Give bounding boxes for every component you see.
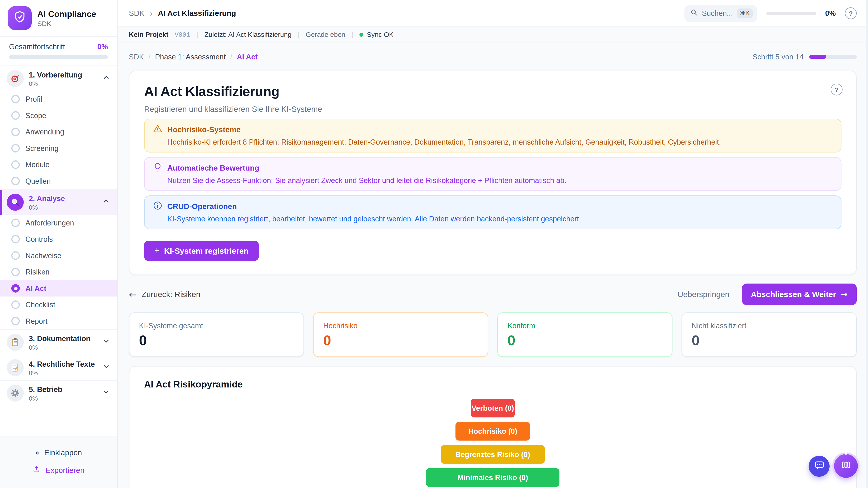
sidebar-item-label: Controls	[26, 235, 53, 243]
search-input[interactable]: Suchen... ⌘K	[684, 5, 757, 22]
section-text: 1. Vorbereitung 0%	[29, 70, 97, 87]
sidebar-item-screening[interactable]: Screening	[0, 140, 117, 157]
radio-circle-icon	[11, 160, 20, 169]
crumb-sdk[interactable]: SDK	[129, 52, 144, 61]
chat-fab-button[interactable]	[809, 456, 830, 477]
sidebar-section-header-vorbereitung[interactable]: 1. Vorbereitung 0%	[0, 66, 117, 91]
sidebar-section-rechtliche-texte: 4. Rechtliche Texte 0%	[0, 355, 117, 380]
page-subtitle: Registrieren und klassifizieren Sie Ihre…	[144, 104, 842, 114]
sidebar-item-label: Screening	[26, 144, 59, 153]
section-percent: 0%	[29, 80, 97, 87]
sidebar-item-report[interactable]: Report	[0, 313, 117, 329]
skip-button[interactable]: Ueberspringen	[677, 290, 730, 299]
sidebar-item-checklist[interactable]: Checklist	[0, 297, 117, 313]
section-text: 3. Dokumentation 0%	[29, 334, 97, 351]
wizard-nav-row: ← Zurueck: Risiken Ueberspringen Abschli…	[129, 283, 857, 306]
sidebar-section-header-analyse[interactable]: 2. Analyse 0%	[0, 190, 117, 215]
crumb-current: AI Act	[237, 52, 258, 61]
sidebar-section-vorbereitung: 1. Vorbereitung 0% Profil Scope	[0, 66, 117, 189]
section-title: 4. Rechtliche Texte	[29, 359, 97, 368]
breadcrumb: SDK › AI Act Klassifizierung	[129, 9, 236, 18]
pyramid-level-hochrisiko: Hochrisiko (0)	[456, 422, 530, 441]
shield-check-icon	[13, 10, 27, 26]
sidebar-item-label: Quellen	[26, 177, 51, 186]
stat-card-konform: Konform 0	[497, 313, 673, 357]
alert-title: Automatische Bewertung	[167, 163, 259, 173]
app-window: AI Compliance SDK Gesamtfortschritt 0% 1…	[0, 0, 868, 488]
collapse-sidebar-button[interactable]: « Einklappen	[0, 444, 117, 461]
sidebar-section-betrieb: 5. Betrieb 0%	[0, 380, 117, 406]
alert-head: Hochrisiko-Systeme	[153, 124, 833, 136]
sidebar-item-controls[interactable]: Controls	[0, 231, 117, 248]
sidebar-item-anwendung[interactable]: Anwendung	[0, 124, 117, 140]
section-percent: 0%	[29, 344, 97, 350]
page-scrollbar[interactable]	[866, 0, 868, 488]
sidebar-item-risiken[interactable]: Risiken	[0, 264, 117, 281]
sidebar-section-header-dokumentation[interactable]: 3. Dokumentation 0%	[0, 330, 117, 355]
sidebar-section-analyse: 2. Analyse 0% Anforderungen Controls	[0, 189, 117, 329]
crumb-phase[interactable]: Phase 1: Assessment	[155, 52, 226, 61]
finish-next-button[interactable]: Abschliessen & Weiter →	[742, 284, 857, 305]
radio-circle-icon	[11, 128, 20, 136]
help-icon[interactable]: ?	[845, 7, 857, 20]
section-percent: 0%	[29, 394, 97, 401]
sidebar-item-scope[interactable]: Scope	[0, 107, 117, 124]
section-title: 2. Analyse	[29, 194, 97, 203]
sidebar-item-profil[interactable]: Profil	[0, 91, 117, 107]
sidebar-item-quellen[interactable]: Quellen	[0, 173, 117, 189]
topbar-progress-value: 0%	[825, 9, 836, 18]
sidebar-section-header-rechtliche-texte[interactable]: 4. Rechtliche Texte 0%	[0, 355, 117, 380]
board-fab-button[interactable]	[834, 454, 858, 478]
stat-card-hochrisiko: Hochrisiko 0	[313, 313, 488, 357]
magnifier-icon	[7, 194, 24, 211]
breadcrumb-root[interactable]: SDK	[129, 9, 145, 18]
search-placeholder: Suchen...	[702, 9, 733, 18]
alert-automatische-bewertung: Automatische Bewertung Nutzen Sie die As…	[144, 157, 842, 191]
chevron-down-icon	[102, 363, 110, 373]
sidebar-item-nachweise[interactable]: Nachweise	[0, 248, 117, 264]
sidebar-item-label: Module	[26, 160, 50, 169]
section-percent: 0%	[29, 203, 97, 210]
radio-circle-icon	[11, 111, 20, 120]
pyramid-level-minimales-risiko: Minimales Risiko (0)	[426, 468, 559, 487]
step-progress-bar	[809, 55, 857, 59]
card-help-icon[interactable]: ?	[831, 84, 843, 96]
radio-circle-icon	[11, 219, 20, 227]
export-button[interactable]: Exportieren	[0, 461, 117, 479]
section-text: 4. Rechtliche Texte 0%	[29, 359, 97, 376]
stat-label: Konform	[507, 322, 662, 330]
risk-pyramid-card: AI Act Risikopyramide Verboten (0) Hochr…	[129, 366, 857, 488]
stat-value: 0	[323, 332, 478, 348]
stats-row: KI-Systeme gesamt 0 Hochrisiko 0 Konform…	[129, 313, 857, 357]
alert-head: Automatische Bewertung	[153, 162, 833, 175]
register-ki-system-button[interactable]: + KI-System registrieren	[144, 240, 259, 261]
step-progress: Schritt 5 von 14	[752, 52, 857, 61]
radio-circle-icon	[11, 144, 20, 153]
divider: |	[196, 31, 198, 38]
app-subtitle: SDK	[37, 20, 96, 27]
pyramid-level-verboten: Verboten (0)	[471, 399, 515, 418]
wizard-right: Ueberspringen Abschliessen & Weiter →	[677, 284, 857, 305]
warning-triangle-icon	[153, 124, 163, 136]
stat-value: 0	[139, 332, 294, 348]
chevron-right-icon: ›	[150, 9, 153, 18]
sidebar-item-module[interactable]: Module	[0, 157, 117, 173]
back-button[interactable]: ← Zurueck: Risiken	[129, 289, 200, 300]
chat-bubble-icon	[813, 459, 825, 473]
section-title: 5. Betrieb	[29, 385, 97, 394]
main-column: SDK › AI Act Klassifizierung Suchen... ⌘…	[118, 0, 868, 488]
arrow-left-icon: ←	[129, 289, 136, 300]
lightbulb-icon	[153, 162, 163, 175]
notification-dot	[844, 452, 847, 455]
sidebar-item-label: Profil	[26, 95, 42, 103]
pyramid-level-begrenztes-risiko: Begrenztes Risiko (0)	[441, 445, 545, 464]
topbar: SDK › AI Act Klassifizierung Suchen... ⌘…	[118, 0, 868, 27]
stat-card-gesamt: KI-Systeme gesamt 0	[129, 313, 304, 357]
alert-body: Hochrisiko-KI erfordert 8 Pflichten: Ris…	[153, 137, 833, 147]
sidebar-section-header-betrieb[interactable]: 5. Betrieb 0%	[0, 381, 117, 405]
section-text: 5. Betrieb 0%	[29, 385, 97, 401]
sidebar-item-ai-act[interactable]: AI Act	[0, 280, 117, 297]
sidebar-item-anforderungen[interactable]: Anforderungen	[0, 215, 117, 231]
page-breadcrumb: SDK / Phase 1: Assessment / AI Act	[129, 52, 258, 61]
collapse-label: Einklappen	[44, 448, 82, 457]
